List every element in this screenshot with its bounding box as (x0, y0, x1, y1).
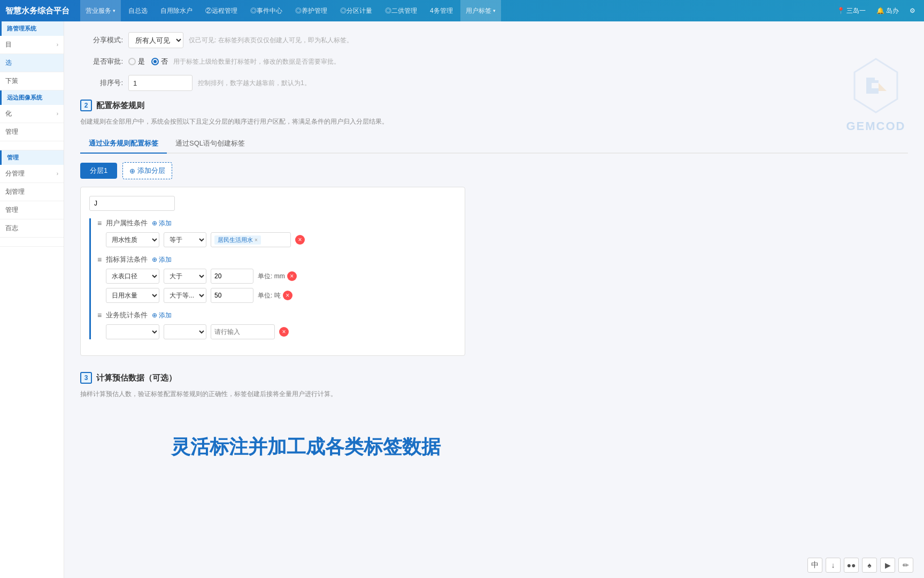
plus-circle-icon-2: ⊕ (152, 256, 157, 263)
tab-business-rules[interactable]: 通过业务规则配置标签 (80, 134, 167, 154)
sort-input[interactable] (128, 75, 192, 91)
toolbar-btn-2[interactable]: ↓ (826, 558, 841, 573)
sort-label: 排序号: (80, 78, 123, 88)
nav-item-partition[interactable]: ◎分区计量 (335, 0, 378, 21)
toolbar-btn-5[interactable]: ▶ (880, 558, 895, 573)
nav-item-maintain[interactable]: ◎养护管理 (290, 0, 333, 21)
bottom-toolbar: 中 ↓ ●● ♠ ▶ ✏ (807, 558, 913, 573)
indicator-field-1-select[interactable]: 水表口径 (106, 269, 159, 284)
sidebar-item-2[interactable]: 选 (0, 54, 64, 72)
section3-desc: 抽样计算预估人数，验证标签配置标签规则的正确性，标签创建后接将全量用户进行计算。 (80, 389, 908, 399)
nav-item-business[interactable]: 营业服务 ▾ (80, 0, 121, 21)
nav-item-user[interactable]: 自用除水户 (155, 0, 198, 21)
indicator-row-1: 水表口径 大于 单位: mm × (106, 269, 456, 284)
notification-item[interactable]: 🔔 岛办 (873, 6, 902, 16)
gear-icon: ⚙ (910, 7, 915, 14)
indicator-val-1-input[interactable] (211, 269, 253, 284)
business-op-select[interactable] (164, 324, 206, 339)
indicator-op-1-select[interactable]: 大于 (164, 269, 206, 284)
user-attr-value-input[interactable]: 居民生活用水 × (211, 232, 291, 247)
user-attr-block: ≡ 用户属性条件 ⊕ 添加 用水性质 等于 (97, 218, 456, 247)
plus-circle-icon: ⊕ (152, 219, 157, 227)
nav-item-service[interactable]: 4务管理 (425, 0, 458, 21)
sidebar-item-9[interactable]: 管理 (0, 201, 64, 219)
sidebar-item-7[interactable]: 分管理› (0, 165, 64, 183)
sidebar-item-5[interactable]: 管理 (0, 123, 64, 141)
user-attr-operator-select[interactable]: 等于 (164, 232, 206, 247)
section2-header: 2 配置标签规则 (80, 100, 908, 111)
approve-hint: 用于标签上级给数量打标签时，修改的数据是否需要审批。 (173, 57, 340, 66)
business-block: ≡ 业务统计条件 ⊕ 添加 (97, 310, 456, 339)
nav-item-remote[interactable]: ②远程管理 (200, 0, 243, 21)
nav-item-self[interactable]: 自总选 (123, 0, 153, 21)
approve-row: 是否审批: 是 否 用于标签上级给数量打标签时，修改的数据是否需要审批。 (80, 57, 908, 66)
remove-user-attr-button[interactable]: × (295, 235, 305, 245)
remove-indicator-1-button[interactable]: × (287, 271, 297, 281)
add-user-attr-button[interactable]: ⊕ 添加 (152, 219, 172, 228)
app-title: 智慧水务综合平台 (5, 6, 70, 16)
chevron-icon-2: › (57, 111, 58, 117)
sidebar-item-8[interactable]: 划管理 (0, 183, 64, 201)
nav-item-usertag[interactable]: 用户标签 ▾ (460, 0, 501, 21)
unit-2: 单位: 吨 × (258, 291, 292, 300)
toolbar-btn-4[interactable]: ♠ (862, 558, 877, 573)
user-attr-row: 用水性质 等于 居民生活用水 × × (106, 232, 456, 247)
layer-controls: 分层1 ⊕ 添加分层 (80, 162, 908, 179)
tab-sql[interactable]: 通过SQL语句创建标签 (167, 134, 253, 154)
sidebar-item-4[interactable]: 化› (0, 105, 64, 123)
toolbar-btn-3[interactable]: ●● (844, 558, 859, 573)
approve-yes-radio[interactable] (128, 58, 136, 65)
rule-search-input[interactable] (89, 196, 175, 211)
approve-label: 是否审批: (80, 57, 123, 66)
toolbar-btn-6[interactable]: ✏ (898, 558, 913, 573)
share-label: 分享模式: (80, 35, 123, 45)
top-navigation: 智慧水务综合平台 营业服务 ▾ 自总选 自用除水户 ②远程管理 ◎事件中心 ◎养… (0, 0, 924, 21)
section3-header: 3 计算预估数据（可选） (80, 372, 908, 384)
share-hint: 仅己可见: 在标签列表页仅仅创建人可见，即为私人标签。 (189, 36, 353, 45)
add-layer-button[interactable]: ⊕ 添加分层 (122, 162, 172, 179)
sidebar-item-6[interactable] (0, 141, 64, 150)
add-business-button[interactable]: ⊕ 添加 (152, 311, 172, 320)
sidebar-item-11[interactable] (0, 238, 64, 247)
approve-yes-option[interactable]: 是 (128, 57, 145, 66)
plus-icon: ⊕ (129, 167, 135, 175)
share-select[interactable]: 所有人可见 仅己可见 (128, 32, 183, 48)
business-val-input[interactable] (211, 324, 275, 339)
indicator-val-2-input[interactable] (211, 288, 253, 303)
indicator-field-2-select[interactable]: 日用水量 (106, 288, 159, 303)
section2-title: 配置标签规则 (96, 101, 144, 111)
location-item[interactable]: 📍 三岛一 (834, 6, 869, 16)
indicator-header: ≡ 指标算法条件 ⊕ 添加 (97, 255, 456, 264)
remove-indicator-2-button[interactable]: × (283, 291, 292, 300)
user-attr-header: ≡ 用户属性条件 ⊕ 添加 (97, 218, 456, 228)
list-icon: ≡ (97, 219, 102, 227)
main-layout: 路管理系统 目› 选 下策 远边图像系统 化› 管理 管理 分管理› 划管理 管… (0, 21, 924, 578)
approve-no-option[interactable]: 否 (151, 57, 168, 66)
business-field-select[interactable] (106, 324, 159, 339)
user-attr-label: 用户属性条件 (106, 218, 148, 228)
nav-right: 📍 三岛一 🔔 岛办 ⚙ (834, 6, 919, 16)
list-icon-3: ≡ (97, 311, 102, 320)
main-content: GEMCOD 分享模式: 所有人可见 仅己可见 仅己可见: 在标签列表页仅仅创建… (64, 21, 924, 578)
layer1-button[interactable]: 分层1 (80, 163, 117, 179)
rule-panel: ≡ 用户属性条件 ⊕ 添加 用水性质 等于 (80, 187, 465, 356)
nav-item-secondary[interactable]: ◎二供管理 (380, 0, 422, 21)
sidebar-item-3[interactable]: 下策 (0, 72, 64, 90)
sidebar-section-1: 路管理系统 (0, 21, 64, 36)
share-mode-row: 分享模式: 所有人可见 仅己可见 仅己可见: 在标签列表页仅仅创建人可见，即为私… (80, 32, 908, 48)
remove-business-button[interactable]: × (279, 327, 289, 337)
user-attr-field-select[interactable]: 用水性质 (106, 232, 159, 247)
approve-no-radio[interactable] (151, 58, 159, 65)
sidebar-item-1[interactable]: 目› (0, 36, 64, 54)
settings-item[interactable]: ⚙ (906, 7, 919, 14)
toolbar-btn-1[interactable]: 中 (807, 558, 822, 573)
indicator-op-2-select[interactable]: 大于等... (164, 288, 206, 303)
sidebar-item-10[interactable]: 百志 (0, 219, 64, 238)
rule-panel-inner: ≡ 用户属性条件 ⊕ 添加 用水性质 等于 (89, 218, 456, 339)
nav-item-event[interactable]: ◎事件中心 (245, 0, 288, 21)
add-indicator-button[interactable]: ⊕ 添加 (152, 255, 172, 264)
chevron-icon: › (57, 42, 58, 48)
sidebar-section-2: 远边图像系统 (0, 90, 64, 105)
tag-close-icon[interactable]: × (255, 237, 258, 243)
tag-badge-water: 居民生活用水 × (214, 235, 261, 245)
